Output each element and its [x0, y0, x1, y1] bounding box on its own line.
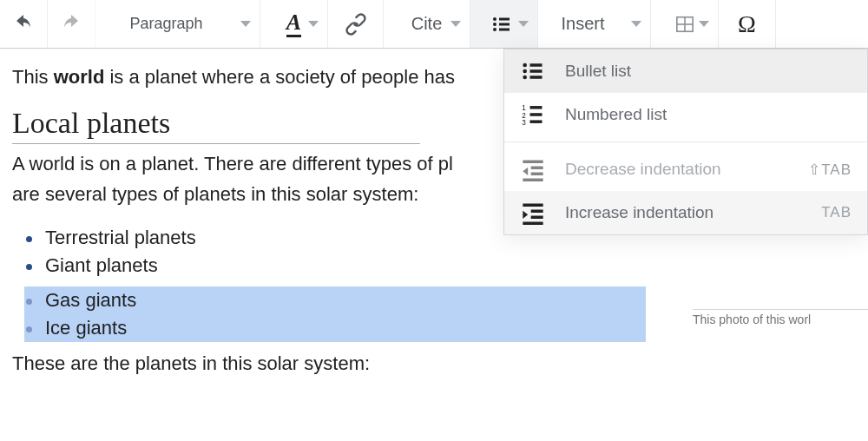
svg-rect-21: [523, 161, 542, 164]
svg-text:3: 3: [522, 119, 526, 127]
menu-item-label: Decrease indentation: [565, 160, 721, 179]
list-dropdown[interactable]: [470, 0, 538, 48]
menu-bullet-list[interactable]: Bullet list: [504, 49, 867, 93]
text: are several types of planets in this sol…: [12, 183, 418, 205]
numbered-list-icon: 1 2 3: [520, 102, 546, 128]
heading-2[interactable]: Local planets: [12, 107, 420, 144]
svg-rect-14: [530, 76, 542, 79]
table-icon: [675, 15, 694, 34]
chevron-down-icon: [699, 15, 709, 33]
list-menu: Bullet list 1 2 3 Numbered list Decrease…: [503, 49, 868, 235]
outdent-icon: [520, 156, 546, 182]
format-dropdown[interactable]: Paragraph: [95, 0, 260, 48]
menu-separator: [504, 142, 867, 142]
undo-button[interactable]: [0, 0, 48, 48]
menu-item-label: Bullet list: [565, 62, 631, 81]
svg-point-9: [523, 63, 527, 68]
menu-numbered-list[interactable]: 1 2 3 Numbered list: [504, 93, 867, 136]
insert-label: Insert: [561, 14, 604, 34]
text: Gas giants: [45, 289, 136, 311]
text: Giant planets: [45, 254, 158, 276]
insert-dropdown[interactable]: Insert: [538, 0, 651, 48]
svg-rect-18: [530, 113, 542, 116]
text: These are the planets in this solar syst…: [12, 352, 370, 374]
link-icon: [344, 12, 368, 36]
paragraph[interactable]: These are the planets in this solar syst…: [12, 349, 856, 378]
cite-dropdown[interactable]: Cite: [384, 0, 470, 48]
chevron-down-icon: [240, 15, 251, 33]
svg-rect-10: [530, 63, 542, 67]
bullet-list[interactable]: Gas giants Ice giants: [12, 286, 646, 342]
svg-rect-28: [523, 222, 542, 226]
special-char-button[interactable]: Ω: [719, 0, 776, 48]
list-item[interactable]: Giant planets: [24, 252, 856, 280]
svg-rect-1: [499, 17, 510, 20]
chevron-down-icon: [518, 15, 529, 33]
cite-label: Cite: [411, 14, 443, 34]
svg-rect-23: [531, 173, 543, 176]
svg-rect-3: [499, 23, 510, 25]
table-dropdown[interactable]: [651, 0, 719, 48]
svg-rect-5: [499, 28, 510, 30]
bullet-list-icon: [491, 14, 512, 35]
svg-rect-26: [531, 210, 543, 214]
menu-item-label: Numbered list: [565, 105, 667, 124]
shortcut-label: ⇧TAB: [808, 161, 852, 179]
shortcut-label: TAB: [821, 204, 852, 221]
bullet-list-icon: [520, 58, 546, 84]
text: A world is on a planet. There are differ…: [12, 153, 453, 174]
menu-item-label: Increase indentation: [565, 203, 713, 222]
bold-text: world: [54, 66, 105, 88]
indent-icon: [520, 200, 546, 226]
omega-icon: Ω: [738, 10, 756, 38]
svg-rect-12: [530, 69, 542, 73]
svg-point-4: [493, 28, 496, 31]
link-button[interactable]: [328, 0, 384, 48]
text-style-icon: A: [286, 11, 301, 37]
redo-icon: [60, 14, 82, 35]
text: is a planet where a society of people ha…: [104, 66, 455, 88]
svg-point-2: [493, 23, 496, 26]
text-style-dropdown[interactable]: A: [260, 0, 328, 48]
toolbar: Paragraph A Cite Inser: [0, 0, 868, 49]
format-label: Paragraph: [129, 15, 202, 33]
list-item-selected[interactable]: Ice giants: [24, 314, 646, 342]
svg-rect-16: [530, 106, 542, 109]
chevron-down-icon: [450, 15, 461, 33]
redo-button[interactable]: [48, 0, 95, 48]
chevron-down-icon: [631, 15, 641, 33]
svg-rect-22: [531, 167, 543, 170]
list-item-selected[interactable]: Gas giants: [24, 286, 646, 314]
svg-rect-27: [531, 216, 543, 220]
text: Ice giants: [45, 317, 127, 339]
menu-increase-indent[interactable]: Increase indentation TAB: [504, 191, 867, 234]
menu-decrease-indent[interactable]: Decrease indentation ⇧TAB: [504, 148, 867, 191]
undo-icon: [12, 14, 35, 35]
svg-point-13: [523, 76, 527, 80]
svg-point-11: [523, 69, 527, 74]
svg-rect-20: [530, 120, 542, 123]
svg-rect-24: [523, 179, 542, 182]
text: This: [12, 66, 54, 88]
svg-rect-25: [523, 204, 542, 207]
chevron-down-icon: [308, 15, 319, 33]
svg-point-0: [493, 17, 496, 21]
text: Terrestrial planets: [45, 227, 196, 248]
aside-caption: This photo of this worl: [693, 309, 868, 326]
